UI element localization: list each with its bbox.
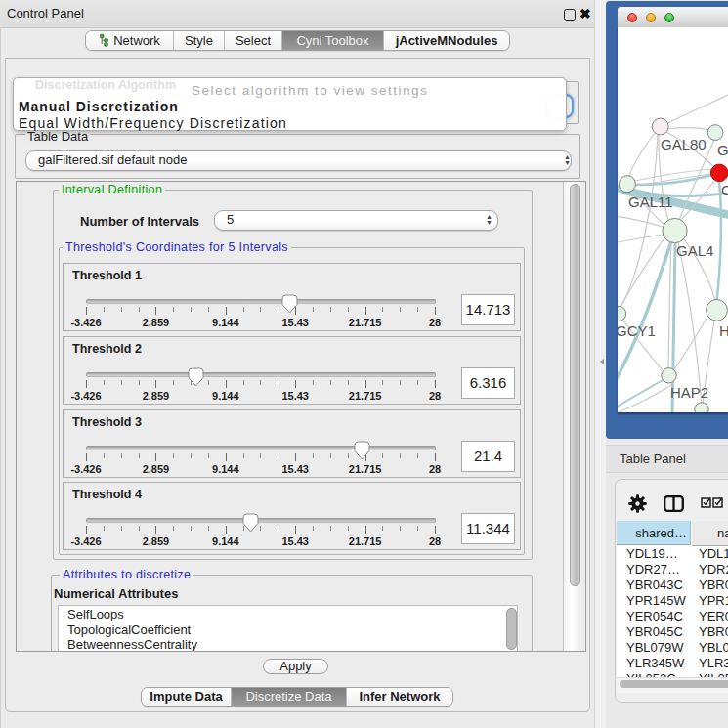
svg-text:HAP2: HAP2: [670, 384, 708, 401]
svg-text:H: H: [719, 322, 728, 339]
svg-text:GCY1: GCY1: [618, 322, 656, 339]
svg-text:GAL11: GAL11: [628, 193, 673, 210]
svg-text:GAL80: GAL80: [661, 136, 707, 152]
svg-text:C: C: [721, 182, 728, 198]
svg-text:G: G: [717, 142, 728, 158]
svg-text:GAL4: GAL4: [676, 242, 713, 259]
